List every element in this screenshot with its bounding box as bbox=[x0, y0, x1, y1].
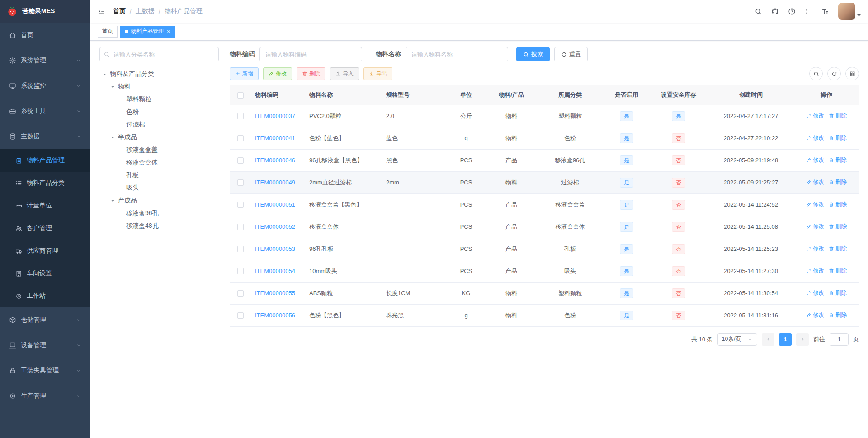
tree-node[interactable]: 移液盒盒盖 bbox=[99, 144, 219, 156]
material-code-link[interactable]: ITEM00000041 bbox=[255, 135, 295, 141]
sidebar-item-system[interactable]: 系统管理 bbox=[0, 48, 90, 73]
sidebar-item-fixture[interactable]: 工装夹具管理 bbox=[0, 358, 90, 383]
row-delete-link[interactable]: 删除 bbox=[829, 134, 847, 142]
delete-button[interactable]: 删除 bbox=[297, 67, 326, 80]
safety-stock-tag[interactable]: 否 bbox=[672, 288, 685, 298]
material-code-link[interactable]: ITEM00000053 bbox=[255, 245, 295, 252]
sidebar-item-workstation[interactable]: 工作站 bbox=[0, 285, 90, 307]
tree-expand-caret-icon[interactable] bbox=[110, 85, 118, 89]
material-code-link[interactable]: ITEM00000055 bbox=[255, 290, 295, 297]
tree-node[interactable]: 过滤棉 bbox=[99, 118, 219, 131]
sidebar-item-material-category[interactable]: 物料产品分类 bbox=[0, 172, 90, 194]
sidebar-item-material-product[interactable]: 物料产品管理 bbox=[0, 149, 90, 172]
tree-expand-caret-icon[interactable] bbox=[110, 198, 118, 203]
row-checkbox[interactable] bbox=[237, 290, 244, 297]
sidebar-item-supplier[interactable]: 供应商管理 bbox=[0, 240, 90, 262]
column-header[interactable]: 所属分类 bbox=[536, 85, 604, 105]
select-all-checkbox[interactable] bbox=[237, 92, 244, 99]
material-code-link[interactable]: ITEM00000052 bbox=[255, 223, 295, 230]
column-settings-button[interactable] bbox=[845, 67, 859, 80]
column-header[interactable]: 是否启用 bbox=[604, 85, 649, 105]
row-delete-link[interactable]: 删除 bbox=[829, 201, 847, 208]
row-checkbox[interactable] bbox=[237, 113, 244, 119]
search-icon[interactable] bbox=[755, 8, 762, 15]
row-checkbox[interactable] bbox=[237, 135, 244, 141]
enabled-tag[interactable]: 是 bbox=[620, 111, 633, 121]
row-edit-link[interactable]: 修改 bbox=[806, 179, 824, 186]
row-edit-link[interactable]: 修改 bbox=[806, 134, 824, 142]
help-icon[interactable] bbox=[788, 8, 796, 15]
tree-expand-caret-icon[interactable] bbox=[102, 72, 110, 77]
sidebar-item-measure-unit[interactable]: 计量单位 bbox=[0, 194, 90, 217]
material-code-link[interactable]: ITEM00000051 bbox=[255, 201, 295, 208]
sidebar-item-home[interactable]: 首页 bbox=[0, 23, 90, 48]
material-name-input[interactable] bbox=[406, 47, 508, 61]
enabled-tag[interactable]: 是 bbox=[620, 311, 633, 320]
row-edit-link[interactable]: 修改 bbox=[806, 289, 824, 297]
row-checkbox[interactable] bbox=[237, 268, 244, 274]
material-code-link[interactable]: ITEM00000049 bbox=[255, 179, 295, 186]
tree-node[interactable]: 物料 bbox=[99, 80, 219, 93]
page-size-select[interactable]: 10条/页 bbox=[717, 333, 757, 346]
column-header[interactable]: 创建时间 bbox=[708, 85, 794, 105]
row-edit-link[interactable]: 修改 bbox=[806, 223, 824, 231]
enabled-tag[interactable]: 是 bbox=[620, 200, 633, 210]
page-number-button[interactable]: 1 bbox=[779, 333, 792, 346]
breadcrumb-item[interactable]: 主数据 bbox=[136, 7, 155, 15]
row-edit-link[interactable]: 修改 bbox=[806, 156, 824, 164]
search-button[interactable]: 搜索 bbox=[516, 47, 550, 61]
row-delete-link[interactable]: 删除 bbox=[829, 245, 847, 253]
row-edit-link[interactable]: 修改 bbox=[806, 245, 824, 253]
tab-material-product[interactable]: 物料产品管理× bbox=[120, 26, 175, 38]
row-delete-link[interactable]: 删除 bbox=[829, 156, 847, 164]
fullscreen-icon[interactable] bbox=[805, 8, 812, 15]
add-button[interactable]: 新增 bbox=[230, 67, 259, 80]
safety-stock-tag[interactable]: 否 bbox=[672, 244, 685, 254]
column-header[interactable]: 物料名称 bbox=[306, 85, 382, 105]
tab-home[interactable]: 首页 bbox=[98, 26, 118, 38]
safety-stock-tag[interactable]: 否 bbox=[672, 133, 685, 143]
row-checkbox[interactable] bbox=[237, 202, 244, 208]
toggle-search-button[interactable] bbox=[809, 67, 823, 80]
font-size-icon[interactable] bbox=[821, 8, 829, 15]
enabled-tag[interactable]: 是 bbox=[620, 155, 633, 165]
export-button[interactable]: 导出 bbox=[363, 67, 392, 80]
tree-node[interactable]: 吸头 bbox=[99, 182, 219, 194]
row-checkbox[interactable] bbox=[237, 246, 244, 252]
sidebar-item-workshop[interactable]: 车间设置 bbox=[0, 262, 90, 285]
tree-node[interactable]: 色粉 bbox=[99, 106, 219, 118]
edit-button[interactable]: 修改 bbox=[263, 67, 292, 80]
row-delete-link[interactable]: 删除 bbox=[829, 179, 847, 186]
row-checkbox[interactable] bbox=[237, 224, 244, 230]
material-code-input[interactable] bbox=[259, 47, 362, 61]
tab-close-icon[interactable]: × bbox=[167, 28, 170, 34]
enabled-tag[interactable]: 是 bbox=[620, 266, 633, 276]
tree-node[interactable]: 移液盒96孔 bbox=[99, 207, 219, 220]
tree-node[interactable]: 移液盒盒体 bbox=[99, 156, 219, 169]
safety-stock-tag[interactable]: 否 bbox=[672, 178, 685, 188]
material-code-link[interactable]: ITEM00000046 bbox=[255, 157, 295, 164]
column-header[interactable]: 物料/产品 bbox=[486, 85, 536, 105]
enabled-tag[interactable]: 是 bbox=[620, 178, 633, 188]
safety-stock-tag[interactable]: 是 bbox=[672, 111, 685, 121]
row-edit-link[interactable]: 修改 bbox=[806, 112, 824, 120]
column-header[interactable]: 设置安全库存 bbox=[649, 85, 708, 105]
sidebar-item-monitor[interactable]: 系统监控 bbox=[0, 73, 90, 99]
sidebar-item-master-data[interactable]: 主数据 bbox=[0, 124, 90, 149]
column-header[interactable]: 规格型号 bbox=[382, 85, 446, 105]
column-header[interactable]: 单位 bbox=[446, 85, 486, 105]
tree-node[interactable]: 半成品 bbox=[99, 131, 219, 144]
tree-expand-caret-icon[interactable] bbox=[110, 135, 118, 140]
goto-page-input[interactable] bbox=[830, 333, 849, 346]
row-checkbox[interactable] bbox=[237, 312, 244, 319]
row-edit-link[interactable]: 修改 bbox=[806, 267, 824, 275]
column-header[interactable]: 操作 bbox=[794, 85, 859, 105]
app-logo[interactable]: 苦糖果MES bbox=[0, 0, 90, 23]
enabled-tag[interactable]: 是 bbox=[620, 288, 633, 298]
prev-page-button[interactable] bbox=[762, 333, 774, 346]
row-delete-link[interactable]: 删除 bbox=[829, 311, 847, 319]
safety-stock-tag[interactable]: 否 bbox=[672, 311, 685, 320]
column-header[interactable]: 物料编码 bbox=[251, 85, 306, 105]
sidebar-item-equipment[interactable]: 设备管理 bbox=[0, 333, 90, 358]
next-page-button[interactable] bbox=[796, 333, 809, 346]
